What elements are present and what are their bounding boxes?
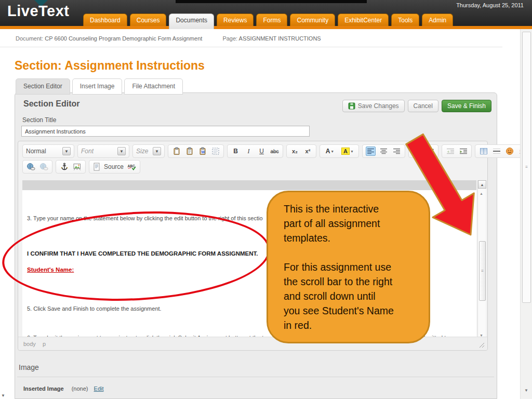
tab-insert-image[interactable]: Insert Image (72, 78, 123, 95)
cancel-label: Cancel (414, 102, 433, 110)
tab-section-editor[interactable]: Section Editor (16, 78, 70, 95)
tab-file-attachment[interactable]: File Attachment (124, 78, 183, 95)
editor-toolbar-row2: Source ABC (22, 160, 140, 174)
nav-tab-forms[interactable]: Forms (256, 14, 287, 26)
nav-tab-exhibitcenter[interactable]: ExhibitCenter (338, 14, 389, 26)
smiley-icon[interactable] (504, 147, 514, 156)
svg-text:W: W (201, 150, 205, 154)
breadcrumb-divider (0, 47, 502, 47)
section-title-label: Section Title (22, 116, 56, 124)
main-nav: Dashboard Courses Documents Reviews Form… (83, 10, 453, 29)
livetext-app-window: LiveText Thursday, August 25, 2011 Dashb… (0, 0, 532, 399)
unlink-icon[interactable] (39, 162, 49, 171)
image-section-divider (17, 377, 494, 377)
select-all-icon[interactable] (210, 147, 220, 156)
align-center-icon[interactable] (379, 147, 389, 156)
insert-image-icon[interactable] (72, 162, 82, 171)
chevron-down-icon: ▼ (330, 150, 334, 153)
increase-indent-icon[interactable] (458, 147, 468, 156)
logo: LiveText (7, 3, 70, 20)
paste-icon[interactable] (171, 147, 181, 156)
align-left-icon[interactable] (366, 147, 376, 156)
resize-grip-icon[interactable] (479, 342, 485, 348)
breadcrumb-document-label: Document: (16, 35, 43, 42)
nav-tab-reviews[interactable]: Reviews (217, 14, 254, 26)
chevron-down-icon: ▼ (62, 147, 71, 155)
subscript-button[interactable]: x₂ (290, 147, 300, 156)
nav-tab-tools[interactable]: Tools (391, 14, 419, 26)
superscript-button[interactable]: x² (303, 147, 313, 156)
align-right-icon[interactable] (392, 147, 402, 156)
source-button[interactable]: Source (104, 163, 124, 170)
editor-tabs: Section Editor Insert Image File Attachm… (16, 78, 183, 95)
scroll-down-icon[interactable]: ▼ (524, 388, 528, 393)
horizontal-rule-icon[interactable] (491, 147, 501, 156)
editor-toolbar-row1: Normal ▼ Font ▼ Size ▼ (22, 144, 531, 158)
underline-button[interactable]: U (257, 147, 267, 156)
spellcheck-icon[interactable]: ABC (127, 162, 137, 171)
inserted-image-value: (none) (72, 385, 88, 392)
insert-table-icon[interactable] (478, 147, 488, 156)
ordered-list-icon[interactable]: 12 (412, 147, 422, 156)
panel-buttons: Save Changes Cancel Save & Finish (342, 100, 491, 112)
cancel-button[interactable]: Cancel (408, 100, 438, 112)
section-title-input[interactable] (21, 126, 310, 137)
scroll-up-icon[interactable]: ▲ (480, 192, 483, 195)
callout-paragraph-2: For this assignment use the scroll bar t… (284, 260, 419, 332)
inserted-image-label: Inserted Image (23, 385, 64, 392)
editor-scroll-spacer (22, 180, 476, 190)
italic-button[interactable]: I (244, 147, 254, 156)
svg-text:2: 2 (414, 152, 416, 155)
save-finish-button[interactable]: Save & Finish (442, 100, 491, 112)
image-section-heading: Image (19, 363, 39, 371)
header-date: Thursday, August 25, 2011 (456, 2, 524, 8)
strikethrough-button[interactable]: abc (270, 147, 280, 156)
breadcrumb-page-label: Page: (222, 35, 237, 42)
paste-from-word-icon[interactable]: W (197, 147, 207, 156)
save-icon (348, 102, 355, 110)
breadcrumb-document-value: CP 6600 Counseling Program Demographic F… (45, 35, 202, 42)
source-doc-icon (92, 162, 101, 171)
editor-scrollbar-thumb[interactable]: ≡ (479, 241, 486, 301)
element-path-p[interactable]: p (43, 341, 46, 347)
chevron-down-icon: ▼ (350, 150, 354, 153)
nav-tab-courses[interactable]: Courses (130, 14, 167, 26)
size-select[interactable]: Size ▼ (136, 147, 161, 155)
font-placeholder: Font (81, 148, 114, 155)
save-changes-label: Save Changes (358, 102, 399, 110)
text-color-button[interactable]: A ▼ (323, 147, 337, 156)
paste-plain-text-icon[interactable] (184, 147, 194, 156)
nav-tab-community[interactable]: Community (290, 14, 335, 26)
inserted-image-row: Inserted Image (none) Edit (23, 385, 104, 392)
instruction-step-5: 5. Click Save and Finish to complete the… (27, 305, 162, 312)
page-scrollbar-thumb[interactable]: ≡ (522, 32, 531, 303)
font-select[interactable]: Font ▼ (81, 147, 126, 155)
section-editor-heading: Section Editor (23, 99, 79, 109)
anchor-icon[interactable] (59, 162, 69, 171)
nav-tab-documents[interactable]: Documents (169, 14, 214, 29)
breadcrumb: Document: CP 6600 Counseling Program Dem… (16, 35, 321, 42)
size-placeholder: Size (136, 148, 150, 155)
save-finish-label: Save & Finish (447, 102, 486, 110)
page-scrollbar[interactable]: ≡ ▼ (520, 29, 532, 399)
link-icon[interactable] (26, 162, 36, 171)
edit-image-link[interactable]: Edit (94, 385, 104, 392)
element-path-body[interactable]: body (23, 341, 36, 347)
bold-button[interactable]: B (231, 147, 241, 156)
breadcrumb-page-value: ASSIGNMENT INSTRUCTIONS (239, 35, 321, 42)
chevron-down-icon: ▼ (153, 147, 161, 155)
annotation-callout-bubble: This is the interactive part of all assi… (267, 191, 430, 343)
bullet-list-icon[interactable] (425, 147, 435, 156)
chevron-down-icon: ▼ (117, 147, 126, 155)
paragraph-format-select[interactable]: Normal ▼ (26, 147, 71, 155)
editor-scrollbar[interactable]: ▲ ▲ ≡ ▼ (477, 180, 486, 339)
paragraph-format-value: Normal (26, 148, 59, 155)
save-changes-button[interactable]: Save Changes (342, 100, 405, 112)
scroll-up-icon[interactable]: ▲ (478, 180, 486, 189)
svg-text:1: 1 (414, 148, 416, 151)
highlight-color-button[interactable]: A ▼ (340, 147, 355, 156)
scroll-down-icon[interactable]: ▼ (1, 393, 5, 398)
decrease-indent-icon[interactable] (445, 147, 455, 156)
nav-tab-admin[interactable]: Admin (422, 14, 453, 26)
nav-tab-dashboard[interactable]: Dashboard (83, 14, 127, 26)
